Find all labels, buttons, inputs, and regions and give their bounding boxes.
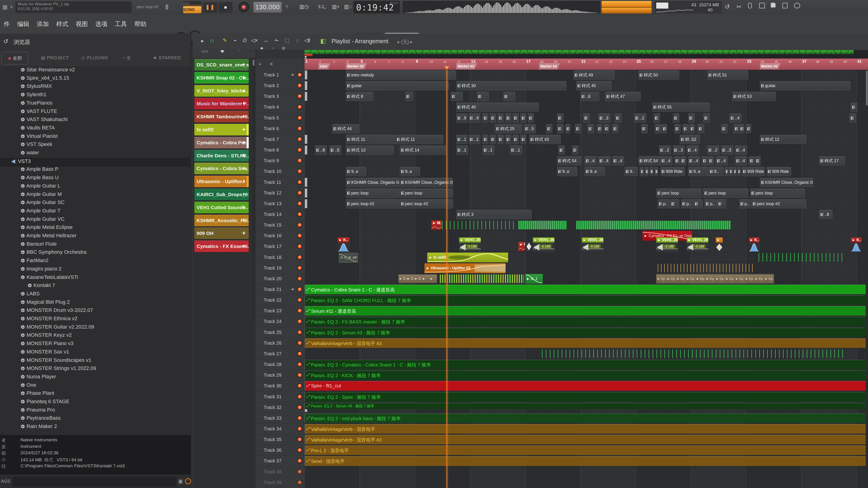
- pattern-clip[interactable]: ..9: [456, 113, 467, 123]
- pencil-icon[interactable]: ✎: [220, 37, 229, 43]
- track-header[interactable]: Track 17: [256, 241, 305, 252]
- pattern-clip[interactable]: [688, 113, 694, 123]
- track-header[interactable]: Track 38: [256, 467, 305, 477]
- pattern-clip[interactable]: 样式 43: [529, 135, 561, 144]
- record-arm-button[interactable]: [298, 395, 302, 399]
- pattern-clip[interactable]: 样式 11: [346, 135, 395, 144]
- track-header[interactable]: Track 32: [256, 402, 305, 413]
- delete-tool-icon[interactable]: ∅: [240, 37, 249, 43]
- record-arm-button[interactable]: [298, 159, 302, 163]
- track-header[interactable]: Track 10: [256, 166, 305, 177]
- pattern-clip[interactable]: ..3: [673, 145, 685, 155]
- mute-tool-icon[interactable]: ◁×: [250, 37, 259, 43]
- pattern-clip[interactable]: 909 Ride: [660, 167, 685, 176]
- menu-1[interactable]: 编辑: [13, 14, 33, 33]
- pattern-clip[interactable]: 9..e: [400, 167, 420, 176]
- browser-item[interactable]: MONSTER Soundscapes v1: [0, 357, 190, 365]
- pattern-clip[interactable]: [557, 124, 563, 133]
- pattern-clip[interactable]: [498, 113, 503, 123]
- track-collapse-icon[interactable]: [291, 288, 294, 290]
- record-arm-button[interactable]: [298, 94, 302, 98]
- track-header[interactable]: Track 14: [256, 209, 305, 220]
- record-arm-button[interactable]: [298, 341, 302, 345]
- audio-clip[interactable]: ► Cy..: [676, 275, 686, 283]
- browser-item[interactable]: MONSTER Piano v3: [0, 340, 190, 348]
- track-header[interactable]: Track 18: [256, 252, 305, 263]
- pattern-clip[interactable]: 样..52: [680, 135, 700, 144]
- pattern-clip[interactable]: [604, 124, 609, 133]
- record-arm-button[interactable]: [298, 73, 302, 77]
- track-header[interactable]: Track 39: [256, 477, 305, 488]
- pattern-clip[interactable]: [572, 145, 579, 155]
- audio-clip[interactable]: ► Cy..: [686, 275, 695, 283]
- playlist-grid[interactable]: Cymatics - Cobra Snare 1 - C - 通道音高Param…: [305, 70, 868, 488]
- add-track-icon[interactable]: +: [258, 61, 262, 67]
- record-arm-button[interactable]: [298, 266, 302, 270]
- menu-4[interactable]: 视图: [72, 14, 92, 33]
- pattern-clip[interactable]: [640, 167, 644, 176]
- browser-tab-plugins[interactable]: ◁: PLUGINS: [81, 55, 108, 60]
- pattern-clip[interactable]: [558, 145, 565, 155]
- paint-tool-icon[interactable]: ⌁: [230, 37, 240, 43]
- track-header[interactable]: Track 26: [256, 338, 305, 349]
- pattern-clip[interactable]: [615, 113, 621, 123]
- pattern-clip[interactable]: ..9: [469, 113, 480, 123]
- pattern-clip[interactable]: p..: [739, 199, 751, 208]
- browser-item[interactable]: Ample Guitar T: [0, 208, 190, 216]
- automation-clip[interactable]: Param. EQ 2 - FX BASS master - 频段 7 频率: [305, 317, 867, 326]
- record-arm-button[interactable]: [298, 470, 302, 474]
- pattern-clip[interactable]: [597, 124, 602, 133]
- pattern-clip[interactable]: [565, 124, 570, 133]
- track-header[interactable]: Track 8: [256, 145, 305, 156]
- record-arm-button[interactable]: [298, 481, 302, 485]
- audio-clip[interactable]: ► K..: [749, 237, 759, 252]
- record-arm-button[interactable]: [298, 459, 302, 463]
- pattern-clip[interactable]: [490, 135, 496, 144]
- playlist-menu-icon[interactable]: ◧: [320, 37, 326, 44]
- automation-clip[interactable]: ValhallaVintageVerb - 混音电平 #2: [305, 435, 867, 444]
- record-arm-button[interactable]: [298, 437, 302, 442]
- record-arm-button[interactable]: [298, 223, 302, 227]
- pattern-clip[interactable]: ..1: [456, 145, 468, 155]
- pattern-clip[interactable]: [513, 135, 519, 144]
- browser-item[interactable]: water: [0, 150, 190, 158]
- browser-item[interactable]: BBC Symphony Orchestra: [0, 249, 190, 257]
- audio-clip[interactable]: ► K..1: [525, 274, 543, 284]
- record-arm-button[interactable]: [298, 180, 302, 184]
- browser-item[interactable]: Ample Bass P: [0, 166, 190, 174]
- record-arm-button[interactable]: [298, 384, 302, 388]
- automation-clip[interactable]: Param. EQ 2 - Cymatics - Cobra Snare 1 -…: [305, 360, 867, 369]
- pattern-clip[interactable]: [739, 124, 744, 133]
- pattern-clip[interactable]: [654, 113, 660, 123]
- browser-folder[interactable]: ◀: VST3: [0, 158, 190, 166]
- browser-item[interactable]: imagiro piano 2: [0, 266, 190, 274]
- audio-stripe-region[interactable]: [576, 221, 731, 229]
- audio-clip[interactable]: ► Cy..: [735, 275, 745, 283]
- browser-item[interactable]: MONSTER Drum v3-2022.07: [0, 307, 190, 315]
- audio-clip[interactable]: ►: [429, 274, 437, 283]
- track-header[interactable]: Track 28: [256, 359, 305, 370]
- browser-item[interactable]: PsytranceBass: [0, 415, 190, 423]
- pattern-clip[interactable]: [557, 113, 563, 123]
- playback-tool-icon[interactable]: ◁‖: [303, 37, 311, 43]
- timeline-marker[interactable]: Marker #4: [539, 63, 560, 69]
- track-header[interactable]: Track 27: [256, 349, 305, 359]
- record-arm-button[interactable]: [298, 169, 302, 173]
- browser-back-icon[interactable]: ↺: [3, 38, 8, 45]
- browser-item[interactable]: KasaneTetoLalalaVSTi: [0, 274, 190, 282]
- pattern-clip[interactable]: [721, 124, 727, 133]
- pattern-clip[interactable]: [698, 124, 704, 133]
- pattern-clip[interactable]: perc loop: [750, 189, 805, 198]
- record-arm-button[interactable]: [298, 137, 302, 141]
- audio-clip[interactable]: ► Cy..: [398, 274, 406, 283]
- pattern-clip[interactable]: [612, 124, 619, 133]
- track-grip[interactable]: [305, 70, 307, 79]
- track-header[interactable]: Track 35: [256, 434, 305, 445]
- pat-song-toggle[interactable]: PAT SONG: [183, 1, 201, 13]
- pattern-clip[interactable]: ..4: [735, 145, 747, 155]
- pattern-clip[interactable]: [405, 92, 413, 101]
- close-project-icon[interactable]: ×: [10, 4, 13, 10]
- playlist-breadcrumb[interactable]: ▸ (无) ▸: [398, 39, 413, 45]
- pattern-clip[interactable]: ..5: [524, 124, 536, 133]
- pattern-clip[interactable]: 9..e: [557, 167, 577, 176]
